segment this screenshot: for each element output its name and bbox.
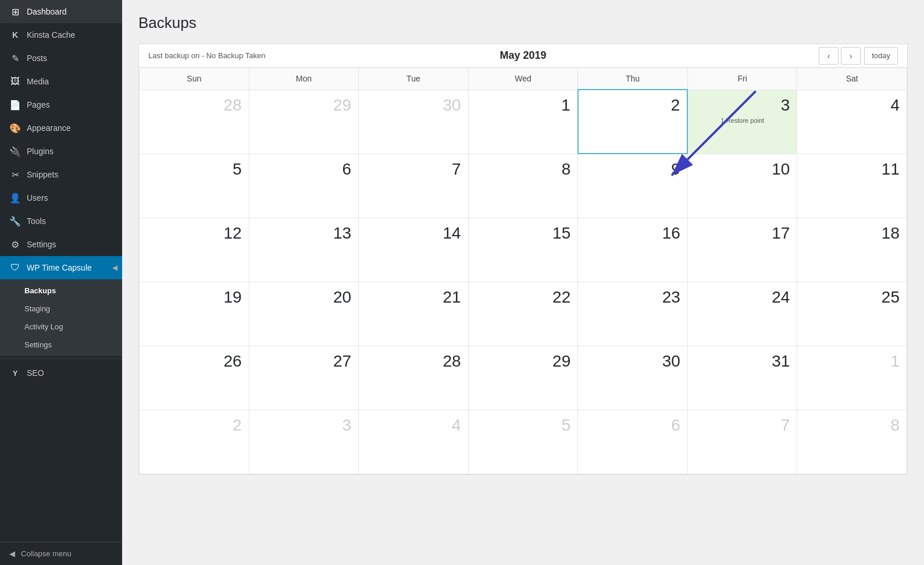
dashboard-icon: ⊞ [9, 6, 21, 17]
calendar-day-cell[interactable]: 8 [797, 410, 907, 474]
sidebar-item-label: Users [27, 193, 48, 202]
sidebar-item-label: Snippets [27, 170, 58, 179]
sidebar-sub-item-activity-log[interactable]: Activity Log [0, 318, 122, 336]
today-button[interactable]: today [864, 47, 898, 65]
calendar-table: Sun Mon Tue Wed Thu Fri Sat 2829301231 R… [139, 67, 907, 474]
calendar-day-cell[interactable]: 28 [359, 346, 469, 410]
sidebar-item-appearance[interactable]: 🎨 Appearance [0, 116, 122, 140]
calendar-day-cell[interactable]: 6 [578, 410, 688, 474]
sidebar-item-label: SEO [27, 368, 44, 378]
calendar-day-cell[interactable]: 21 [359, 282, 469, 346]
calendar-day-number: 2 [233, 416, 242, 434]
sidebar-item-posts[interactable]: ✎ Posts [0, 47, 122, 70]
calendar-day-cell[interactable]: 13 [249, 218, 359, 282]
sidebar-item-settings[interactable]: ⚙ Settings [0, 233, 122, 256]
calendar-day-number: 6 [343, 160, 352, 178]
calendar-wrapper: Last backup on - No Backup Taken May 201… [138, 44, 908, 475]
sidebar-item-snippets[interactable]: ✂ Snippets [0, 163, 122, 186]
sidebar-item-wp-time-capsule[interactable]: 🛡 WP Time Capsule ◀ [0, 256, 122, 279]
sidebar-item-kinsta-cache[interactable]: K Kinsta Cache [0, 23, 122, 47]
calendar-day-cell[interactable]: 16 [578, 218, 688, 282]
sidebar-item-tools[interactable]: 🔧 Tools [0, 209, 122, 233]
sidebar-sub-item-settings[interactable]: Settings [0, 336, 122, 354]
sidebar-item-pages[interactable]: 📄 Pages [0, 93, 122, 116]
sidebar: ⊞ Dashboard K Kinsta Cache ✎ Posts 🖼 Med… [0, 0, 122, 565]
calendar-day-cell[interactable]: 24 [687, 282, 797, 346]
sidebar-item-label: Kinsta Cache [27, 30, 75, 40]
prev-month-button[interactable]: ‹ [819, 47, 839, 65]
calendar-day-number: 31 [772, 352, 790, 370]
calendar-day-cell[interactable]: 11 [797, 154, 907, 218]
calendar-day-cell[interactable]: 12 [140, 218, 249, 282]
sidebar-item-media[interactable]: 🖼 Media [0, 70, 122, 93]
sidebar-sub-item-staging[interactable]: Staging [0, 300, 122, 318]
sidebar-item-label: Posts [27, 54, 47, 63]
calendar-day-cell[interactable]: 7 [359, 154, 469, 218]
sidebar-item-users[interactable]: 👤 Users [0, 186, 122, 209]
calendar-day-cell[interactable]: 26 [140, 346, 249, 410]
sidebar-item-label: WP Time Capsule [27, 263, 92, 272]
calendar-day-cell[interactable]: 30 [578, 346, 688, 410]
calendar-day-cell[interactable]: 29 [468, 346, 578, 410]
settings-icon: ⚙ [9, 239, 21, 250]
calendar-day-cell[interactable]: 5 [468, 410, 578, 474]
calendar-day-cell[interactable]: 6 [249, 154, 359, 218]
calendar-day-number: 28 [223, 96, 241, 114]
collapse-menu-button[interactable]: ◀ Collapse menu [0, 542, 122, 565]
calendar-day-cell[interactable]: 23 [578, 282, 688, 346]
col-header-sat: Sat [797, 68, 907, 90]
calendar-day-number: 25 [882, 288, 900, 306]
calendar-day-cell[interactable]: 1 [468, 90, 578, 154]
calendar-day-cell[interactable]: 1 [797, 346, 907, 410]
sidebar-item-seo[interactable]: Y SEO [0, 361, 122, 385]
col-header-sun: Sun [140, 68, 249, 90]
calendar-day-cell[interactable]: 3 [249, 410, 359, 474]
calendar-day-cell[interactable]: 28 [140, 90, 249, 154]
plugins-icon: 🔌 [9, 145, 21, 157]
sidebar-submenu: Backups Staging Activity Log Settings [0, 279, 122, 356]
calendar-day-cell[interactable]: 27 [249, 346, 359, 410]
calendar-day-cell[interactable]: 8 [468, 154, 578, 218]
calendar-day-cell[interactable]: 2 [140, 410, 249, 474]
next-month-button[interactable]: › [841, 47, 861, 65]
sidebar-item-dashboard[interactable]: ⊞ Dashboard [0, 0, 122, 23]
calendar-day-cell[interactable]: 5 [140, 154, 249, 218]
calendar-day-cell[interactable]: 17 [687, 218, 797, 282]
calendar-day-number: 4 [452, 416, 461, 434]
calendar-day-cell[interactable]: 15 [468, 218, 578, 282]
sidebar-item-plugins[interactable]: 🔌 Plugins [0, 140, 122, 163]
calendar-day-cell[interactable]: 20 [249, 282, 359, 346]
calendar-week-row: 12131415161718 [140, 218, 907, 282]
calendar-month-label: May 2019 [500, 49, 546, 62]
backup-status: Last backup on - No Backup Taken [148, 51, 265, 60]
calendar-day-number: 20 [333, 288, 351, 306]
sidebar-item-label: Media [27, 77, 49, 86]
calendar-day-number: 6 [671, 416, 680, 434]
appearance-icon: 🎨 [9, 122, 21, 134]
calendar-day-cell[interactable]: 2 [578, 90, 688, 154]
calendar-day-cell[interactable]: 19 [140, 282, 249, 346]
calendar-day-cell[interactable]: 25 [797, 282, 907, 346]
col-header-fri: Fri [687, 68, 797, 90]
calendar-day-cell[interactable]: 9 [578, 154, 688, 218]
calendar-day-number: 12 [223, 224, 241, 242]
calendar-day-cell[interactable]: 4 [359, 410, 469, 474]
calendar-day-number: 7 [781, 416, 790, 434]
calendar-day-cell[interactable]: 4 [797, 90, 907, 154]
calendar-day-cell[interactable]: 30 [359, 90, 469, 154]
calendar-day-cell[interactable]: 7 [687, 410, 797, 474]
calendar-day-cell[interactable]: 29 [249, 90, 359, 154]
calendar-day-cell[interactable]: 31 [687, 346, 797, 410]
calendar-day-number: 17 [772, 224, 790, 242]
sidebar-sub-item-backups[interactable]: Backups [0, 282, 122, 300]
calendar-day-number: 26 [223, 352, 241, 370]
calendar-day-number: 22 [552, 288, 570, 306]
calendar-day-cell[interactable]: 31 Restore point [687, 90, 797, 154]
calendar-day-number: 18 [882, 224, 900, 242]
calendar-day-cell[interactable]: 14 [359, 218, 469, 282]
page-title: Backups [138, 14, 908, 32]
calendar-day-cell[interactable]: 10 [687, 154, 797, 218]
calendar-day-cell[interactable]: 22 [468, 282, 578, 346]
calendar-day-cell[interactable]: 18 [797, 218, 907, 282]
calendar-day-number: 5 [233, 160, 242, 178]
